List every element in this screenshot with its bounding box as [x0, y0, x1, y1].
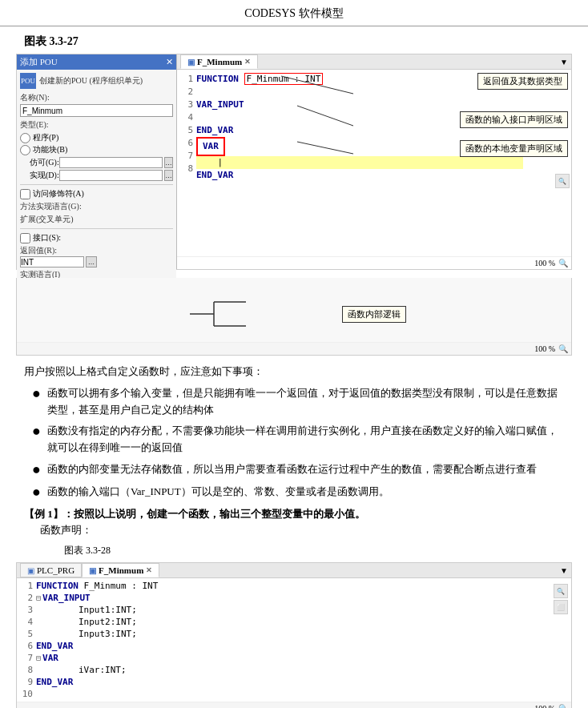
f2-line-7: ⊟VAR [36, 652, 547, 664]
tab-f-icon: ▣ [89, 566, 96, 575]
return-btn[interactable]: … [86, 256, 97, 268]
f2-line-8: iVar:INT; [36, 664, 547, 676]
editor-tabs: ▣ F_Minmum ✕ ▼ [177, 54, 571, 70]
bullet-text-3: 函数的内部变量无法存储数值，所以当用户需要查看函数在运行过程中产生的数值，需要配… [47, 461, 537, 478]
sub-label-1: 仿可(G): [30, 157, 59, 168]
logic-center: 函数内部逻辑 [17, 278, 571, 342]
var-box: VAR [196, 137, 225, 156]
figure2-dropdown[interactable]: ▼ [560, 566, 568, 575]
f2-line-4: Input2:INT; [36, 616, 547, 628]
f2-line-10 [36, 688, 547, 700]
code-line-1: FUNCTION F_Minmum : INT [196, 73, 523, 86]
bullet-item-2: ● 函数没有指定的内存分配，不需要像功能块一样在调用前进行实例化，用户直接在函数… [32, 423, 564, 457]
logic-diagram [182, 294, 342, 334]
code-line-8: END_VAR [196, 169, 523, 182]
radio-program[interactable]: 程序(P) [20, 132, 173, 143]
f2-line-5: Input3:INT; [36, 628, 547, 640]
interface-label: 接口(S): [33, 232, 61, 243]
method-label: 方法实现语言(G): [20, 201, 173, 212]
example-label: 【例 1】：按照以上说明，创建一个函数，输出三个整型变量中的最小值。 [24, 507, 564, 521]
bullet-text-2: 函数没有指定的内存分配，不需要像功能块一样在调用前进行实例化，用户直接在函数定义… [47, 423, 564, 457]
figure2-zoom-icon[interactable]: 🔍 [554, 584, 568, 598]
access-label: 访问修饰符(A) [33, 188, 84, 199]
bullet-list: ● 函数可以拥有多个输入变量，但是只能拥有唯一一个返回值，对于返回值的数据类型没… [32, 385, 564, 501]
f2-line-1: FUNCTION F_Minmum : INT [36, 580, 547, 592]
bullet-dot-3: ● [32, 461, 41, 479]
editor-zoom-2: 100 % 🔍 [17, 342, 571, 355]
sub-btn-2[interactable]: … [164, 170, 173, 181]
f2-line-numbers: 1 2 3 4 5 6 7 8 9 10 [20, 580, 36, 700]
panel-body: POU 创建新的POU (程序组织单元) 名称(N): 类型(E): 程序(P)… [17, 70, 176, 296]
bullet-dot-2: ● [32, 423, 41, 440]
code-line-3: VAR_INPUT [196, 99, 523, 111]
tab-plc-prg[interactable]: ▣ PLC_PRG [20, 563, 82, 577]
page-title: CODESYS 软件模型 [0, 0, 588, 26]
tab-close[interactable]: ✕ [244, 58, 251, 66]
zoom-icon-1[interactable]: 🔍 [558, 259, 568, 268]
bullet-text-1: 函数可以拥有多个输入变量，但是只能拥有唯一一个返回值，对于返回值的数据类型没有限… [47, 385, 564, 419]
radio-program-label: 程序(P) [33, 132, 58, 143]
code-line-2 [196, 86, 523, 99]
right-panel: ▣ F_Minmum ✕ ▼ 1 2 3 4 5 6 7 8 F [177, 54, 571, 269]
figure2-fit-icon[interactable]: ⬜ [554, 600, 568, 614]
sub-row-2: 实现(D): … [30, 170, 173, 181]
figure2-zoom: 100 % 🔍 [17, 702, 571, 708]
right-toolbar: 🔍 [555, 174, 570, 188]
tab-plc-icon: ▣ [27, 566, 34, 575]
bullet-dot-1: ● [32, 385, 41, 403]
divider1 [20, 184, 173, 185]
sub-input-1[interactable] [59, 157, 163, 168]
sub-input-2[interactable] [59, 170, 163, 181]
sub-options: 仿可(G): … 实现(D): … [30, 157, 173, 181]
tab-f-label: F_Minmum [99, 565, 143, 575]
name-label: 名称(N): [20, 92, 173, 103]
figure2-area: ▣ PLC_PRG ▣ F_Minmum ✕ ▼ 1 2 3 4 5 6 7 8… [16, 562, 572, 708]
text-intro: 用户按照以上格式自定义函数时，应注意如下事项： [24, 364, 564, 380]
function-name-box: F_Minmum : INT [244, 73, 324, 85]
figure2-tabs: ▣ PLC_PRG ▣ F_Minmum ✕ ▼ [17, 563, 571, 578]
bullet-item-4: ● 函数的输入端口（Var_INPUT）可以是空的、常数、变量或者是函数调用。 [32, 484, 564, 501]
tab-f-close[interactable]: ✕ [146, 566, 152, 574]
return-input[interactable] [20, 256, 84, 268]
f2-code-content: FUNCTION F_Minmum : INT ⊟VAR_INPUT Input… [36, 580, 547, 700]
type-radio-group: 程序(P) 功能块(B) [20, 132, 173, 155]
tab-f-minmum-2[interactable]: ▣ F_Minmum ✕ [82, 563, 159, 577]
f2-line-6: END_VAR [36, 640, 547, 652]
tab-f-minmum[interactable]: ▣ F_Minmum ✕ [180, 54, 258, 69]
interface-check[interactable] [20, 233, 30, 243]
name-input[interactable] [20, 104, 173, 117]
access-check[interactable] [20, 189, 30, 199]
bullet-item-3: ● 函数的内部变量无法存储数值，所以当用户需要查看函数在运行过程中产生的数值，需… [32, 461, 564, 479]
extend-label: 扩展(交叉单元) [20, 214, 173, 225]
example-sub-label: 函数声明： [40, 523, 564, 537]
logic-area: 函数内部逻辑 100 % 🔍 [16, 278, 572, 356]
tab-label: F_Minmum [197, 57, 242, 66]
panel-titlebar: 添加 POU ✕ [17, 54, 176, 70]
code-area: 1 2 3 4 5 6 7 8 FUNCTION F_Minmum : INT … [177, 70, 571, 256]
annotation-var-input: 函数的输入接口声明区域 [460, 111, 568, 128]
type-label: 类型(E): [20, 119, 173, 131]
code-line-7[interactable]: | [196, 156, 523, 169]
sub-label-2: 实现(D): [30, 170, 59, 181]
radio-function-block[interactable]: 功能块(B) [20, 144, 173, 155]
panel-icon-row: POU 创建新的POU (程序组织单元) [20, 73, 173, 89]
bullet-item-1: ● 函数可以拥有多个输入变量，但是只能拥有唯一一个返回值，对于返回值的数据类型没… [32, 385, 564, 419]
line-numbers: 1 2 3 4 5 6 7 8 [180, 73, 196, 253]
sub-btn-1[interactable]: … [164, 157, 173, 168]
f2-line-9: END_VAR [36, 676, 547, 688]
figure2-label: 图表 3.3-28 [64, 544, 588, 557]
panel-close-button[interactable]: ✕ [166, 57, 173, 67]
pou-subtitle: 创建新的POU (程序组织单元) [39, 75, 143, 86]
zoom-icon[interactable]: 🔍 [555, 174, 570, 188]
access-row[interactable]: 访问修饰符(A) [20, 188, 173, 199]
figure2-zoom-btn[interactable]: 🔍 [558, 704, 568, 708]
interface-row[interactable]: 接口(S): [20, 232, 173, 243]
return-row: … [20, 256, 173, 268]
left-panel: 添加 POU ✕ POU 创建新的POU (程序组织单元) 名称(N): 类型(… [17, 54, 177, 269]
bullet-text-4: 函数的输入端口（Var_INPUT）可以是空的、常数、变量或者是函数调用。 [47, 484, 389, 501]
logic-annotation: 函数内部逻辑 [342, 306, 406, 323]
return-label: 返回值(R): [20, 245, 173, 256]
zoom-icon-2[interactable]: 🔍 [558, 344, 568, 353]
panel-title: 添加 POU [20, 56, 58, 68]
editor-dropdown[interactable]: ▼ [560, 58, 568, 66]
